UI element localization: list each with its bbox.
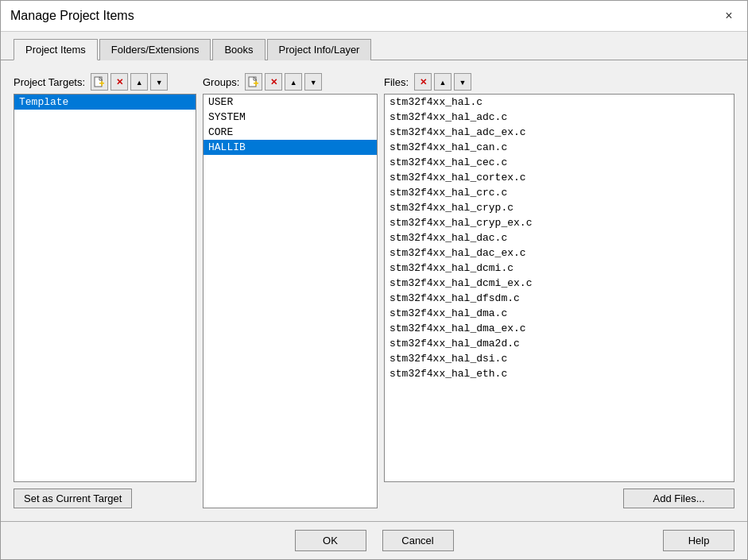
set-target-button[interactable]: Set as Current Target [14,489,132,508]
targets-up-button[interactable] [130,73,148,91]
tab-books[interactable]: Books [212,39,265,60]
targets-panel: Project Targets: ✕ [14,73,196,508]
tab-bar: Project Items Folders/Extensions Books P… [1,32,747,60]
close-button[interactable]: × [720,7,738,25]
tab-project-info[interactable]: Project Info/Layer [267,39,372,60]
targets-panel-bottom: Set as Current Target [14,489,196,508]
files-delete-button[interactable]: ✕ [414,73,432,91]
down-icon [459,78,467,87]
targets-list[interactable]: Template [14,94,196,482]
groups-new-button[interactable] [245,73,262,91]
files-up-button[interactable] [434,73,452,91]
targets-label: Project Targets: [14,76,85,88]
list-item[interactable]: stm32f4xx_hal_cec.c [385,155,734,170]
help-button[interactable]: Help [663,530,734,551]
list-item[interactable]: stm32f4xx_hal_cortex.c [385,170,734,185]
list-item[interactable]: stm32f4xx_hal_can.c [385,140,734,155]
groups-down-button[interactable] [304,73,322,91]
window-title: Manage Project Items [10,9,134,23]
add-files-button[interactable]: Add Files... [623,489,734,508]
list-item[interactable]: stm32f4xx_hal_dfsdm.c [385,291,734,306]
files-down-button[interactable] [454,73,471,91]
footer: OK Cancel Help [1,521,747,559]
list-item[interactable]: stm32f4xx_hal_eth.c [385,366,734,381]
list-item[interactable]: stm32f4xx_hal_dma2d.c [385,336,734,351]
list-item[interactable]: stm32f4xx_hal_dac_ex.c [385,245,734,261]
list-item[interactable]: stm32f4xx_hal_dma.c [385,306,734,321]
list-item[interactable]: USER [203,95,377,110]
manage-project-items-window: Manage Project Items × Project Items Fol… [0,0,748,560]
files-panel-header: Files: ✕ [384,73,734,91]
panels-row: Project Targets: ✕ [14,73,734,508]
groups-delete-button[interactable]: ✕ [265,73,282,91]
list-item[interactable]: SYSTEM [203,110,377,125]
files-list[interactable]: stm32f4xx_hal.cstm32f4xx_hal_adc.cstm32f… [384,94,734,482]
svg-rect-7 [256,81,258,86]
targets-new-button[interactable] [91,73,108,91]
new-doc-icon [94,76,105,87]
targets-down-button[interactable] [150,73,168,91]
cancel-button[interactable]: Cancel [382,530,454,551]
tab-project-items[interactable]: Project Items [14,39,98,60]
list-item[interactable]: stm32f4xx_hal_adc_ex.c [385,125,734,140]
list-item[interactable]: stm32f4xx_hal_dac.c [385,230,734,245]
list-item[interactable]: Template [14,95,196,110]
main-content: Project Targets: ✕ [1,60,747,521]
files-label: Files: [384,76,409,88]
groups-panel-header: Groups: ✕ [203,73,378,91]
list-item[interactable]: stm32f4xx_hal_cryp_ex.c [385,215,734,230]
list-item[interactable]: HALLIB [203,140,377,155]
list-item[interactable]: stm32f4xx_hal.c [385,95,734,110]
svg-rect-3 [102,81,103,86]
groups-label: Groups: [203,76,239,88]
up-icon [290,78,297,87]
list-item[interactable]: stm32f4xx_hal_dma_ex.c [385,321,734,336]
files-panel: Files: ✕ stm32f4xx_hal.cstm32f4xx_hal_ad… [384,73,734,508]
list-item[interactable]: stm32f4xx_hal_dcmi_ex.c [385,276,734,291]
up-icon [440,78,447,87]
list-item[interactable]: stm32f4xx_hal_cryp.c [385,200,734,215]
groups-panel: Groups: ✕ [203,73,378,508]
down-icon [310,78,317,87]
list-item[interactable]: CORE [203,125,377,140]
down-icon [156,78,163,87]
up-icon [136,78,143,87]
groups-up-button[interactable] [285,73,302,91]
tab-folders-extensions[interactable]: Folders/Extensions [99,39,211,60]
title-bar: Manage Project Items × [1,1,747,32]
new-doc-icon-groups [248,76,259,87]
list-item[interactable]: stm32f4xx_hal_dcmi.c [385,261,734,276]
ok-button[interactable]: OK [295,530,366,551]
list-item[interactable]: stm32f4xx_hal_adc.c [385,110,734,125]
targets-delete-button[interactable]: ✕ [110,73,128,91]
files-panel-bottom: Add Files... [384,489,734,508]
targets-panel-header: Project Targets: ✕ [14,73,196,91]
groups-list[interactable]: USER SYSTEM CORE HALLIB [203,94,378,508]
list-item[interactable]: stm32f4xx_hal_crc.c [385,185,734,200]
list-item[interactable]: stm32f4xx_hal_dsi.c [385,351,734,366]
